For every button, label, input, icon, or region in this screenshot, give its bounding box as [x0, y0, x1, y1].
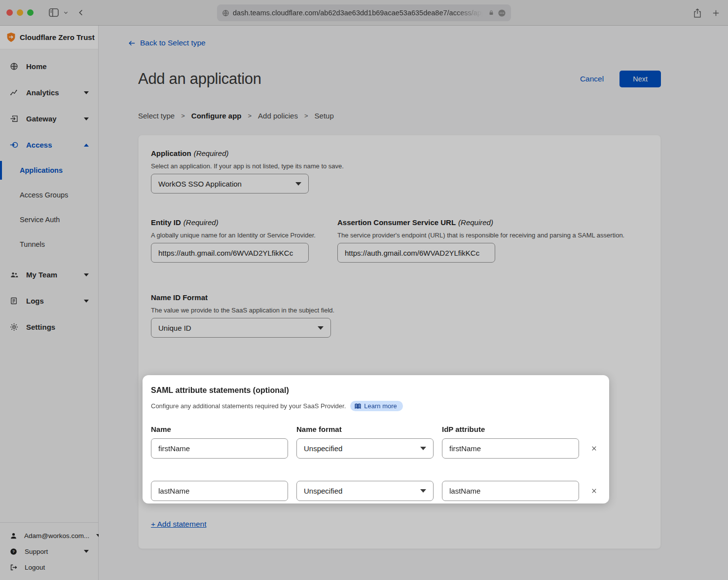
saml-statement-row: Unspecified — [151, 438, 601, 459]
user-icon — [10, 532, 17, 540]
logout-label: Logout — [25, 564, 45, 571]
share-icon[interactable] — [693, 8, 702, 18]
help-icon: ? — [10, 548, 18, 555]
breadcrumb-setup[interactable]: Setup — [315, 112, 334, 120]
saml-idp-input[interactable] — [442, 481, 579, 501]
team-icon — [10, 271, 19, 279]
sidebar-item-label: Logs — [26, 297, 44, 305]
sidebar-item-label: Tunnels — [20, 240, 45, 248]
lock-icon — [488, 9, 494, 16]
add-statement-link[interactable]: + Add statement — [151, 520, 206, 529]
entity-id-label: Entity ID(Required) — [151, 218, 218, 227]
breadcrumb-separator: > — [181, 112, 185, 119]
minimize-window-button[interactable] — [17, 9, 23, 16]
sidebar-item-home[interactable]: Home — [0, 53, 98, 79]
chevron-down-icon — [420, 447, 426, 450]
next-button[interactable]: Next — [619, 71, 661, 87]
entity-id-input[interactable] — [151, 243, 309, 263]
sidebar-item-label: Applications — [20, 166, 63, 174]
saml-format-value: Unspecified — [304, 487, 342, 495]
breadcrumb-add-policies[interactable]: Add policies — [258, 112, 298, 120]
application-select[interactable]: WorkOS SSO Application — [151, 174, 309, 193]
sidebar-item-tunnels[interactable]: Tunnels — [0, 232, 98, 257]
zoom-window-button[interactable] — [27, 9, 34, 16]
chevron-down-icon — [84, 550, 89, 553]
acs-url-label: Assertion Consumer Service URL(Required) — [337, 218, 493, 227]
sidebar: Cloudflare Zero Trust Home Analytics — [0, 26, 99, 580]
chevron-down-icon — [84, 273, 89, 276]
chevron-up-icon — [84, 144, 89, 147]
chevron-down-icon — [295, 182, 301, 186]
application-label: Application(Required) — [151, 149, 229, 157]
sidebar-item-label: My Team — [26, 271, 57, 279]
saml-format-select[interactable]: Unspecified — [296, 438, 434, 459]
saml-idp-column-label: IdP attribute — [442, 425, 579, 433]
remove-statement-button[interactable] — [589, 486, 599, 496]
analytics-icon — [10, 88, 19, 97]
breadcrumb-separator: > — [248, 112, 252, 119]
logs-icon — [10, 297, 19, 305]
name-id-format-select[interactable]: Unique ID — [151, 318, 331, 338]
gear-icon — [10, 323, 19, 331]
main-content: Back to Select type Add an application C… — [99, 26, 728, 580]
sidebar-item-settings[interactable]: Settings — [0, 314, 98, 340]
logout-button[interactable]: Logout — [10, 559, 89, 575]
chevron-down-icon — [420, 489, 426, 493]
saml-statement-row: Unspecified — [151, 481, 601, 501]
sidebar-account-section: Adam@workos.com... ? Support Logout — [0, 522, 98, 580]
sidebar-item-label: Settings — [26, 323, 55, 331]
support-label: Support — [25, 548, 48, 555]
url-text: dash.teams.cloudflare.com/ab62d3ae63dd1b… — [233, 9, 485, 17]
sidebar-item-label: Gateway — [26, 115, 57, 123]
sidebar-item-logs[interactable]: Logs — [0, 288, 98, 314]
sidebar-item-label: Access — [26, 141, 52, 149]
gateway-icon — [10, 115, 19, 123]
name-id-format-value: Unique ID — [158, 324, 191, 332]
browser-toolbar: dash.teams.cloudflare.com/ab62d3ae63dd1b… — [0, 0, 728, 26]
cancel-button[interactable]: Cancel — [580, 75, 604, 83]
sidebar-item-analytics[interactable]: Analytics — [0, 79, 98, 106]
chevron-down-icon — [318, 326, 324, 330]
browser-back-icon[interactable] — [77, 8, 85, 17]
saml-format-select[interactable]: Unspecified — [296, 481, 434, 501]
learn-more-badge[interactable]: Learn more — [350, 401, 402, 411]
chevron-down-icon — [84, 91, 89, 94]
saml-section-help: Configure any additional statements requ… — [151, 402, 346, 410]
chevron-down-icon — [84, 117, 89, 120]
saml-name-input[interactable] — [151, 481, 288, 501]
window-controls — [6, 9, 34, 16]
saml-attribute-statements-section: SAML attribute statements (optional) Con… — [143, 375, 609, 503]
account-menu[interactable]: Adam@workos.com... — [10, 528, 89, 543]
back-to-select-type-link[interactable]: Back to Select type — [128, 39, 661, 47]
sidebar-item-label: Service Auth — [20, 216, 60, 224]
sidebar-item-service-auth[interactable]: Service Auth — [0, 207, 98, 232]
access-icon — [10, 141, 19, 149]
sidebar-item-label: Home — [26, 62, 47, 71]
sidebar-item-access[interactable]: Access — [0, 132, 98, 158]
support-menu[interactable]: ? Support — [10, 543, 89, 559]
breadcrumb-separator: > — [304, 112, 308, 119]
page-title: Add an application — [138, 70, 261, 88]
sidebar-nav: Home Analytics Gateway Access — [0, 49, 98, 340]
address-bar[interactable]: dash.teams.cloudflare.com/ab62d3ae63dd1b… — [217, 4, 511, 21]
breadcrumb-configure-app[interactable]: Configure app — [191, 112, 242, 120]
acs-url-input[interactable] — [337, 243, 495, 263]
back-link-label: Back to Select type — [140, 39, 206, 47]
home-globe-icon — [10, 62, 19, 71]
saml-idp-input[interactable] — [442, 438, 579, 459]
brand-label: Cloudflare Zero Trust — [20, 33, 95, 41]
sidebar-item-gateway[interactable]: Gateway — [0, 106, 98, 132]
close-window-button[interactable] — [6, 9, 13, 16]
sidebar-item-applications[interactable]: Applications — [0, 158, 98, 183]
chevron-down-icon[interactable] — [63, 10, 69, 15]
cloudflare-shield-icon — [6, 32, 16, 42]
brand: Cloudflare Zero Trust — [0, 26, 98, 49]
sidebar-toggle-icon[interactable] — [48, 8, 59, 17]
saml-name-input[interactable] — [151, 438, 288, 459]
ellipsis-icon[interactable] — [498, 9, 506, 17]
new-tab-icon[interactable] — [712, 9, 720, 17]
sidebar-item-my-team[interactable]: My Team — [0, 262, 98, 288]
breadcrumb-select-type[interactable]: Select type — [138, 112, 175, 120]
sidebar-item-access-groups[interactable]: Access Groups — [0, 183, 98, 207]
remove-statement-button[interactable] — [589, 443, 599, 454]
